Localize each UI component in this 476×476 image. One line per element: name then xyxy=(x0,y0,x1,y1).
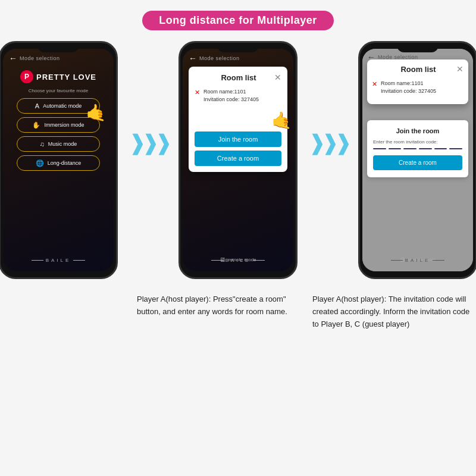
instruction-2-text: Player A(host player): The invitation co… xyxy=(312,295,469,328)
long-distance-icon: 🌐 xyxy=(36,159,44,167)
create-room-button-2[interactable]: Create a room xyxy=(373,155,462,170)
baile-text-2: BAILE xyxy=(226,258,251,263)
brand-icon: P xyxy=(20,70,33,83)
room-list-title: Room list xyxy=(203,73,274,82)
room-x-2-icon: ✕ xyxy=(372,80,377,88)
join-room-button[interactable]: Join the room xyxy=(195,131,281,147)
instruction-2: Player A(host player): The invitation co… xyxy=(312,293,470,330)
phone-1-screen: ← Mode selection P PRETTY LOVE Choose yo… xyxy=(3,49,114,271)
baile-text-1: BAILE xyxy=(46,258,71,263)
page-title: Long distance for Multiplayer xyxy=(142,11,334,30)
invite-code-label: Enter the room invitation code: xyxy=(373,139,462,145)
code-dash-3 xyxy=(403,148,416,149)
arrow-1: ❱❱❱ xyxy=(129,130,168,155)
invite-code-2: Invitation code: 327405 xyxy=(381,87,436,95)
room-info-2: Room name:1101 Invitation code: 327405 xyxy=(381,80,436,95)
baile-line-right xyxy=(73,260,85,261)
instructions-container: Player A(host player): Press"create a ro… xyxy=(137,293,470,330)
close-dialog-2-icon[interactable]: ✕ xyxy=(456,64,464,74)
baile-footer-1: BAILE xyxy=(32,258,86,263)
music-icon: ♫ xyxy=(40,140,45,148)
code-dash-2 xyxy=(389,148,402,149)
hand-pointer-icon: 🤙 xyxy=(86,103,107,123)
room-item-2: ✕ Room name:1101 Invitation code: 327405 xyxy=(372,80,464,95)
arrow-1-text: ❱❱❱ xyxy=(129,130,168,155)
screen-3-content: ← Mode selection Room list ✕ ✕ Room name… xyxy=(362,49,473,271)
room-list-title-2: Room list xyxy=(380,65,456,74)
instruction-1-text: Player A(host player): Press"create a ro… xyxy=(137,295,287,316)
instruction-1: Player A(host player): Press"create a ro… xyxy=(137,293,295,330)
baile-line-left xyxy=(32,260,43,261)
mode-selection-label-3: Mode selection xyxy=(378,54,418,60)
phone-1: ← Mode selection P PRETTY LOVE Choose yo… xyxy=(0,41,118,279)
room-name: Room name:1101 xyxy=(203,88,259,96)
code-dash-5 xyxy=(434,148,447,149)
back-arrow-3-icon[interactable]: ← xyxy=(367,52,375,62)
room-list-dialog: Room list ✕ ✕ Room name:1101 Invitation … xyxy=(189,67,287,172)
automatic-mode-label: Automatic mode xyxy=(43,103,82,109)
baile-footer-2: BAILE xyxy=(211,258,265,263)
long-distance-mode-btn[interactable]: 🌐 Long-distance 🤙 xyxy=(17,155,100,171)
room-info: Room name:1101 Invitation code: 327405 xyxy=(203,88,259,103)
baile-footer-3: BAILE xyxy=(391,258,445,263)
mode-selection-label-2: Mode selection xyxy=(199,55,240,61)
room-x-icon: ✕ xyxy=(195,89,200,96)
create-room-button[interactable]: Create a room 🤙 xyxy=(195,151,281,166)
code-dash-1 xyxy=(373,148,386,149)
close-dialog-icon[interactable]: ✕ xyxy=(274,73,281,82)
mode-selection-label-1: Mode selection xyxy=(20,55,60,61)
phone-2: ← Mode selection Room list ✕ ✕ Room name… xyxy=(178,41,298,279)
invite-code: Invitation code: 327405 xyxy=(203,96,259,104)
brand-name: PRETTY LOVE xyxy=(36,73,96,82)
room-list-dialog-2: Room list ✕ ✕ Room name:1101 Invitation … xyxy=(367,60,468,104)
back-arrow-2-icon[interactable]: ← xyxy=(189,54,197,63)
join-room-box: Join the room Enter the room invitation … xyxy=(367,120,468,177)
phone-3-screen: ← Mode selection Room list ✕ ✕ Room name… xyxy=(362,49,473,271)
long-distance-mode-label: Long-distance xyxy=(48,160,82,166)
baile-line-left-2 xyxy=(211,260,223,261)
code-dash-4 xyxy=(419,148,432,149)
hand-pointer-2-icon: 🤙 xyxy=(271,111,292,130)
room-name-2: Room name:1101 xyxy=(381,80,436,87)
phone-3-notch xyxy=(397,43,439,52)
brand-logo: P PRETTY LOVE xyxy=(20,70,96,83)
code-dash-6 xyxy=(449,148,462,149)
immersion-mode-label: Immersion mode xyxy=(44,122,84,128)
phone-2-notch xyxy=(217,43,259,52)
baile-line-right-2 xyxy=(253,260,265,261)
screen-1-content: ← Mode selection P PRETTY LOVE Choose yo… xyxy=(3,49,114,271)
immersion-icon: ✋ xyxy=(32,121,40,129)
phone-3: ← Mode selection Room list ✕ ✕ Room name… xyxy=(358,41,476,279)
room-item: ✕ Room name:1101 Invitation code: 327405 xyxy=(195,88,281,103)
music-mode-label: Music mode xyxy=(48,141,77,147)
phone-2-screen: ← Mode selection Room list ✕ ✕ Room name… xyxy=(183,49,293,271)
screen-2-content: ← Mode selection Room list ✕ ✕ Room name… xyxy=(183,49,293,271)
baile-line-left-3 xyxy=(391,260,403,261)
code-dashes xyxy=(373,148,462,149)
back-arrow-icon[interactable]: ← xyxy=(9,54,17,63)
join-room-box-title: Join the room xyxy=(373,127,462,134)
baile-text-3: BAILE xyxy=(405,258,431,263)
choose-text: Choose your favourite mode xyxy=(29,88,89,93)
room-list-header-2: Room list ✕ xyxy=(372,64,464,74)
create-room-label: Create a room xyxy=(217,155,259,162)
baile-line-right-3 xyxy=(433,260,444,261)
room-list-header: Room list ✕ xyxy=(195,73,281,82)
arrow-2-text: ❱❱❱ xyxy=(308,130,347,155)
phone-1-notch xyxy=(37,43,79,52)
music-mode-btn[interactable]: ♫ Music mode xyxy=(17,136,100,152)
phones-container: ← Mode selection P PRETTY LOVE Choose yo… xyxy=(0,41,476,279)
automatic-icon: A xyxy=(35,102,39,109)
arrow-2: ❱❱❱ xyxy=(308,130,347,155)
